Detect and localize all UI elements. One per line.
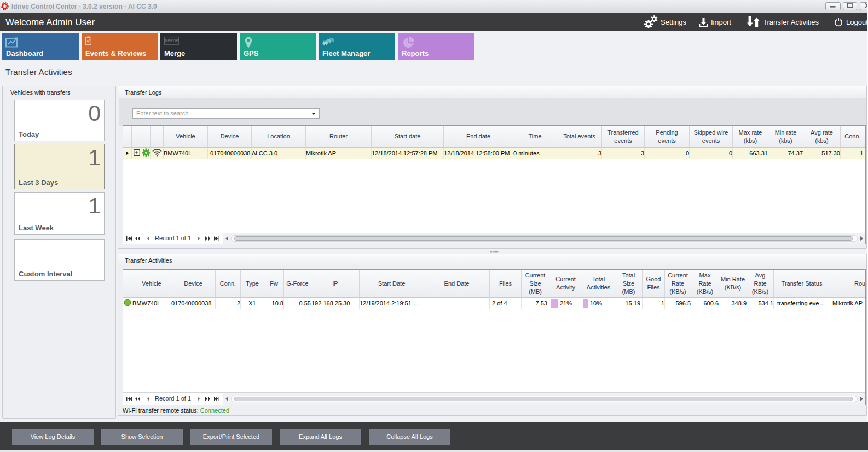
- svg-text:MERGE: MERGE: [164, 39, 178, 43]
